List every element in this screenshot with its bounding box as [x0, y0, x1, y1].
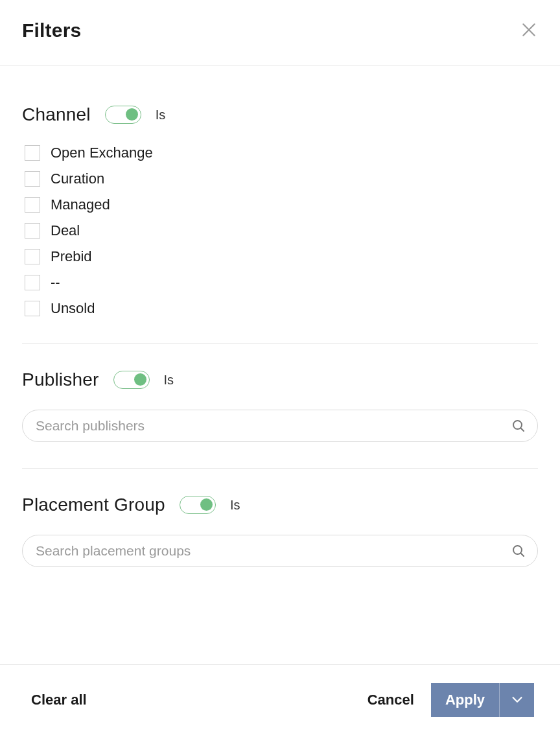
- channel-option: Managed: [25, 196, 538, 213]
- section-channel-title: Channel: [22, 104, 91, 125]
- checkbox-label: Unsold: [51, 300, 95, 317]
- toggle-knob: [126, 108, 138, 121]
- channel-option: Prebid: [25, 248, 538, 265]
- checkbox-label: Prebid: [51, 248, 92, 265]
- placement-group-toggle[interactable]: [180, 496, 216, 514]
- close-icon: [520, 21, 537, 40]
- checkbox[interactable]: [25, 171, 40, 187]
- section-channel-head: Channel Is: [22, 104, 538, 125]
- checkbox-label: --: [51, 274, 60, 291]
- checkbox[interactable]: [25, 197, 40, 213]
- checkbox-label: Deal: [51, 222, 80, 239]
- channel-option: Unsold: [25, 300, 538, 317]
- placement-group-search-input[interactable]: [22, 535, 538, 567]
- section-publisher-head: Publisher Is: [22, 369, 538, 390]
- apply-button[interactable]: Apply: [431, 683, 499, 717]
- channel-options: Open Exchange Curation Managed Deal Preb…: [22, 145, 538, 317]
- panel-footer: Clear all Cancel Apply: [0, 664, 560, 735]
- publisher-toggle[interactable]: [113, 371, 150, 389]
- channel-option: Open Exchange: [25, 145, 538, 161]
- footer-actions: Cancel Apply: [368, 683, 534, 717]
- apply-dropdown-button[interactable]: [499, 683, 534, 717]
- checkbox[interactable]: [25, 275, 40, 290]
- channel-option: Deal: [25, 222, 538, 239]
- panel-body: Channel Is Open Exchange Curation Manage…: [0, 65, 560, 664]
- checkbox[interactable]: [25, 301, 40, 316]
- checkbox-label: Open Exchange: [51, 145, 153, 161]
- section-channel: Channel Is Open Exchange Curation Manage…: [22, 104, 538, 344]
- checkbox[interactable]: [25, 249, 40, 264]
- placement-group-toggle-label: Is: [230, 498, 240, 513]
- placement-group-search-wrap: [22, 535, 538, 567]
- publisher-search-input[interactable]: [22, 410, 538, 442]
- panel-title: Filters: [22, 19, 81, 41]
- close-button[interactable]: [520, 21, 538, 40]
- channel-option: --: [25, 274, 538, 291]
- panel-header: Filters: [0, 0, 560, 65]
- publisher-search-wrap: [22, 410, 538, 442]
- clear-all-button[interactable]: Clear all: [31, 692, 87, 708]
- filters-panel: Filters Channel Is: [0, 0, 560, 735]
- section-placement-group-title: Placement Group: [22, 495, 165, 515]
- checkbox-label: Managed: [51, 196, 110, 213]
- cancel-button[interactable]: Cancel: [368, 692, 414, 708]
- section-publisher-title: Publisher: [22, 369, 99, 390]
- publisher-toggle-label: Is: [164, 373, 174, 388]
- chevron-down-icon: [510, 692, 524, 708]
- checkbox[interactable]: [25, 223, 40, 239]
- section-placement-group: Placement Group Is: [22, 495, 538, 593]
- checkbox[interactable]: [25, 145, 40, 161]
- channel-toggle[interactable]: [105, 106, 141, 124]
- toggle-knob: [134, 373, 146, 386]
- channel-toggle-label: Is: [156, 108, 166, 122]
- toggle-knob: [200, 498, 213, 511]
- section-publisher: Publisher Is: [22, 369, 538, 469]
- channel-option: Curation: [25, 170, 538, 187]
- section-placement-group-head: Placement Group Is: [22, 495, 538, 515]
- apply-button-group: Apply: [431, 683, 534, 717]
- checkbox-label: Curation: [51, 170, 104, 187]
